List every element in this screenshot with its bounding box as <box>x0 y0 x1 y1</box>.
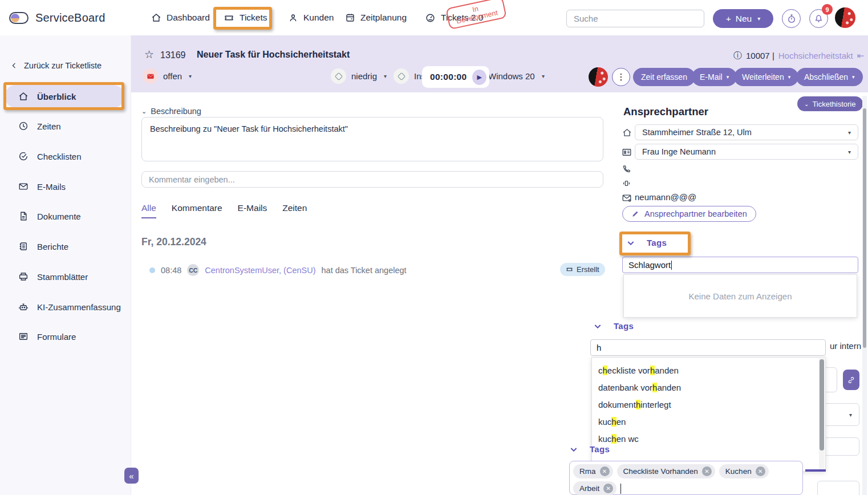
edit-contact-label: Ansprechpartner bearbeiten <box>644 209 747 218</box>
tag-chip-label: Kuchen <box>725 467 752 476</box>
close-ticket-button[interactable]: Abschließen ▾ <box>796 68 863 86</box>
contact-person-value: Frau Inge Neumann <box>642 147 716 156</box>
tab-zeiten[interactable]: Zeiten <box>282 203 307 218</box>
tag-suggestion[interactable]: kuchen <box>592 413 825 430</box>
record-time-label: Zeit erfassen <box>641 72 687 82</box>
chevron-down-icon <box>593 322 602 331</box>
timeline-date-heading: Fr, 20.12.2024 <box>141 236 206 248</box>
stopwatch-icon <box>786 14 797 24</box>
text-cursor <box>620 484 621 494</box>
tags-section-label: Tags <box>647 238 667 248</box>
tag-suggestion[interactable]: datenbank vorhanden <box>592 379 825 396</box>
clock-icon <box>18 121 29 131</box>
tag-suggestion[interactable]: checkliste vorhanden <box>592 362 825 379</box>
home-icon <box>622 128 632 137</box>
link-button[interactable] <box>843 370 859 390</box>
status-dropdown[interactable]: offen ▾ <box>143 68 192 84</box>
timeline-user-link[interactable]: CentronSystemUser, (CenSU) <box>205 266 315 275</box>
sidebar-item-dokumente[interactable]: Dokumente <box>18 209 81 223</box>
sidebar-item-zeiten[interactable]: Zeiten <box>18 119 61 133</box>
category-diamond-icon <box>394 68 409 84</box>
tags-chips-input[interactable]: Rma ✕ Checkliste Vorhanden ✕ Kuchen ✕ Ar… <box>569 461 803 495</box>
contact-person-select[interactable]: Frau Inge Neumann ▾ <box>635 144 858 160</box>
sidebar-item-formulare[interactable]: Formulare <box>18 330 76 343</box>
tab-alle[interactable]: Alle <box>141 203 156 218</box>
description-textarea[interactable]: Beschreibung zu "Neuer Task für Hochsich… <box>141 117 603 161</box>
tag-search-input[interactable]: Schlagwort <box>622 257 858 273</box>
play-icon[interactable]: ▶ <box>472 70 486 85</box>
sidebar-item-label: E-Mails <box>37 182 66 192</box>
assignee-avatar[interactable] <box>589 67 608 87</box>
tab-emails[interactable]: E-Mails <box>238 203 267 218</box>
remove-tag-icon[interactable]: ✕ <box>702 466 712 476</box>
more-actions-button[interactable]: ⋮ <box>612 68 630 86</box>
sidebar-item-berichte[interactable]: Berichte <box>18 240 68 253</box>
info-icon[interactable]: ⓘ <box>733 50 742 61</box>
home-icon <box>151 13 161 23</box>
contact-address-select[interactable]: Stammheimer Straße 12, Ulm ▾ <box>635 124 858 140</box>
description-section-toggle[interactable]: ⌄ Beschreibung <box>141 107 201 116</box>
sidebar-collapse-button[interactable]: « <box>124 468 139 484</box>
tag-suggestions-dropdown: checkliste vorhanden datenbank vorhanden… <box>591 357 826 472</box>
app-root: ServiceBoard Dashboard Tickets Kunden Ze… <box>0 0 868 495</box>
remove-tag-icon[interactable]: ✕ <box>600 466 610 476</box>
tags-section-toggle[interactable]: Tags <box>593 321 634 331</box>
speedometer-icon <box>425 13 436 23</box>
calendar-icon <box>345 13 355 23</box>
chevron-down-icon: ▾ <box>852 74 855 80</box>
back-to-ticketlist-link[interactable]: Zurück zur Ticketliste <box>10 61 102 70</box>
background-input[interactable] <box>817 481 859 495</box>
email-button-label: E-Mail <box>700 72 723 82</box>
sidebar-item-checklisten[interactable]: Checklisten <box>18 149 82 163</box>
nav-zeitplanung[interactable]: Zeitplanung <box>345 0 407 35</box>
serviceboard-logo-icon <box>9 12 29 24</box>
record-time-button[interactable]: Zeit erfassen <box>633 68 695 86</box>
robot-icon <box>18 302 29 312</box>
nav-dashboard[interactable]: Dashboard <box>151 0 210 35</box>
tab-kommentare[interactable]: Kommentare <box>172 203 222 218</box>
search-input[interactable] <box>566 10 704 27</box>
sidebar-item-ki-zusammenfassung[interactable]: KI-Zusammenfassung <box>18 300 121 314</box>
goto-customer-icon[interactable]: ⇤ <box>857 51 865 61</box>
priority-diamond-icon <box>331 68 346 84</box>
favorite-star-icon[interactable]: ☆ <box>144 49 154 60</box>
tag-suggestion[interactable]: dokument hinterlegt <box>592 396 825 413</box>
sidebar-item-ueberblick[interactable]: Überblick <box>18 90 76 103</box>
user-initials-badge: CC <box>187 264 199 276</box>
sidebar-item-emails[interactable]: E-Mails <box>18 180 66 193</box>
priority-dropdown[interactable]: niedrig ▾ <box>331 68 387 84</box>
new-button[interactable]: + Neu ▾ <box>713 9 773 28</box>
tags-section-toggle[interactable]: Tags <box>569 444 610 454</box>
tag-suggestion[interactable]: kuchen wc <box>592 430 825 447</box>
form-icon <box>18 331 29 342</box>
priority-label: niedrig <box>351 71 377 81</box>
timer-quick-button[interactable] <box>782 9 801 28</box>
tags-section-toggle[interactable]: Tags <box>626 238 667 248</box>
user-avatar[interactable] <box>835 7 855 28</box>
back-to-ticketlist-label: Zurück zur Ticketliste <box>24 61 102 70</box>
page-scrollbar-thumb[interactable] <box>863 108 866 348</box>
home-icon <box>18 91 29 102</box>
timer: 00:00:00 ▶ <box>422 66 489 88</box>
comment-input[interactable] <box>141 171 603 188</box>
tag-search-value: Schlagwort <box>628 260 671 270</box>
sidebar-item-label: Formulare <box>37 332 76 342</box>
nav-tickets[interactable]: Tickets <box>224 0 267 35</box>
remove-tag-icon[interactable]: ✕ <box>756 466 765 476</box>
created-badge-label: Erstellt <box>577 265 599 274</box>
tag-autocomplete-input[interactable]: h <box>590 339 826 356</box>
nav-kunden[interactable]: Kunden <box>288 0 334 35</box>
chevron-down-icon: ▾ <box>848 149 851 155</box>
customer-name-link[interactable]: Hochsicherheitstakt <box>778 51 853 60</box>
remove-tag-icon[interactable]: ✕ <box>603 484 613 493</box>
ticket-history-button[interactable]: ⌄ Tickethistorie <box>797 96 863 111</box>
tag-autocomplete-value: h <box>597 343 601 352</box>
sidebar-item-stammblaetter[interactable]: Stammblätter <box>18 270 88 283</box>
forward-button[interactable]: Weiterleiten ▾ <box>734 68 798 86</box>
edit-contact-button[interactable]: Ansprechpartner bearbeiten <box>622 206 756 222</box>
customer-id: 10007 | <box>746 51 774 60</box>
email-button[interactable]: E-Mail ▾ <box>692 68 737 86</box>
description-section-label: Beschreibung <box>151 107 201 116</box>
tag-chip: Kuchen ✕ <box>719 464 769 478</box>
dropdown-scrollbar-thumb[interactable] <box>820 359 824 451</box>
